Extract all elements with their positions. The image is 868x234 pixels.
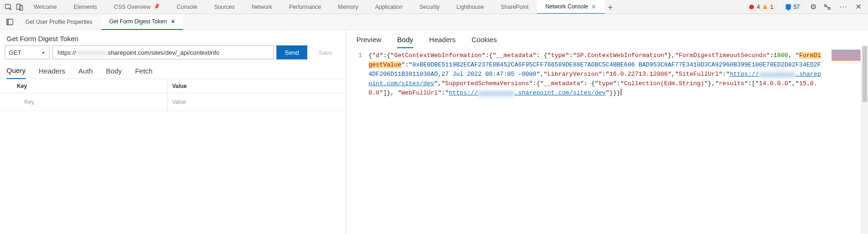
add-tab-button[interactable]: ＋ bbox=[605, 1, 616, 13]
messages-pill[interactable]: 57 bbox=[782, 3, 803, 11]
devtools-top-bar: Welcome Elements CSS Overview📌 Console S… bbox=[0, 0, 868, 14]
svg-point-4 bbox=[828, 7, 830, 9]
warning-count: 1 bbox=[770, 4, 774, 10]
query-params-table: Key Value Key Value bbox=[0, 79, 346, 111]
warning-triangle-icon bbox=[763, 5, 767, 9]
settings-gear-icon[interactable]: ⚙ bbox=[808, 2, 818, 11]
response-tabs: Preview Body Headers Cookies bbox=[346, 30, 868, 48]
device-toggle-icon[interactable] bbox=[14, 1, 25, 13]
pin-icon: 📌 bbox=[152, 3, 161, 11]
activity-icon[interactable] bbox=[823, 3, 833, 11]
request-url-input[interactable]: https://xxxxxxxxxx.sharepoint.com/sites/… bbox=[52, 45, 274, 59]
req-tab-query[interactable]: Query bbox=[7, 66, 26, 79]
close-icon[interactable]: ✕ bbox=[171, 18, 175, 25]
vertical-scrollbar[interactable] bbox=[861, 46, 868, 234]
close-icon[interactable]: ✕ bbox=[591, 3, 596, 10]
top-tab-sources[interactable]: Sources bbox=[206, 0, 243, 14]
svg-rect-1 bbox=[17, 4, 21, 9]
resp-tab-body[interactable]: Body bbox=[397, 36, 413, 48]
issues-pill[interactable]: 4 1 bbox=[745, 3, 777, 11]
top-tab-strip: Welcome Elements CSS Overview📌 Console S… bbox=[25, 0, 744, 14]
save-button: Save bbox=[310, 45, 341, 59]
response-json[interactable]: {"d":{"GetContextWebInformation":{"__met… bbox=[369, 51, 868, 234]
error-count: 4 bbox=[757, 4, 760, 10]
scrollbar-thumb[interactable] bbox=[862, 46, 867, 102]
resp-tab-headers[interactable]: Headers bbox=[429, 36, 456, 48]
top-tab-network-console[interactable]: Network Console✕ bbox=[537, 0, 604, 14]
top-tab-memory[interactable]: Memory bbox=[330, 0, 367, 14]
svg-point-3 bbox=[825, 4, 826, 6]
resp-tab-preview[interactable]: Preview bbox=[356, 36, 381, 48]
request-tabs: Query Headers Auth Body Fetch bbox=[0, 63, 346, 79]
url-blurred: xxxxxxxxxx bbox=[76, 49, 106, 56]
request-editor-pane: Get Form Digest Token GET ▾ https://xxxx… bbox=[0, 30, 346, 234]
message-count: 57 bbox=[794, 4, 800, 10]
top-tab-welcome[interactable]: Welcome bbox=[25, 0, 65, 14]
error-dot-icon bbox=[749, 5, 754, 9]
text-cursor bbox=[621, 88, 622, 95]
svg-rect-6 bbox=[7, 19, 9, 25]
url-suffix: .sharepoint.com/sites/dev/_api/contextin… bbox=[106, 49, 219, 56]
inspect-icon[interactable] bbox=[3, 1, 14, 13]
query-head-key: Key bbox=[13, 79, 167, 93]
sub-tab-get-form-digest[interactable]: Get Form Digest Token✕ bbox=[101, 15, 182, 30]
top-tab-sharepoint[interactable]: SharePoint bbox=[492, 0, 537, 14]
toggle-side-panel-icon[interactable] bbox=[4, 16, 16, 28]
message-bubble-icon bbox=[786, 4, 791, 9]
response-pane: Preview Body Headers Cookies 1 {"d":{"Ge… bbox=[346, 30, 868, 234]
top-tab-console[interactable]: Console bbox=[168, 0, 206, 14]
query-value-input[interactable]: Value bbox=[167, 93, 346, 110]
req-tab-body[interactable]: Body bbox=[106, 67, 122, 79]
top-tab-lighthouse[interactable]: Lighthouse bbox=[448, 0, 492, 14]
url-prefix: https:// bbox=[58, 49, 76, 56]
query-params-header: Key Value bbox=[0, 79, 346, 93]
top-tab-elements[interactable]: Elements bbox=[65, 0, 106, 14]
send-button[interactable]: Send bbox=[276, 45, 307, 59]
top-right-controls: 4 1 57 ⚙ ⋯ ✕ bbox=[744, 2, 865, 11]
top-tab-network[interactable]: Network bbox=[243, 0, 281, 14]
req-tab-fetch[interactable]: Fetch bbox=[135, 67, 153, 79]
web-full-url-link[interactable]: https://xxxxxxxxxx.sharepoint.com/sites/… bbox=[449, 89, 606, 96]
query-params-empty-row[interactable]: Key Value bbox=[0, 93, 346, 111]
req-tab-auth[interactable]: Auth bbox=[79, 67, 93, 79]
req-tab-headers[interactable]: Headers bbox=[39, 67, 65, 79]
more-menu-icon[interactable]: ⋯ bbox=[838, 2, 848, 11]
request-title: Get Form Digest Token bbox=[0, 30, 346, 45]
request-row: GET ▾ https://xxxxxxxxxx.sharepoint.com/… bbox=[0, 45, 346, 63]
top-tab-security[interactable]: Security bbox=[411, 0, 448, 14]
http-method-select[interactable]: GET ▾ bbox=[5, 45, 50, 59]
top-tab-performance[interactable]: Performance bbox=[281, 0, 330, 14]
sub-tab-get-user-profile[interactable]: Get User Profile Properties bbox=[18, 14, 100, 29]
top-tab-css-overview[interactable]: CSS Overview📌 bbox=[106, 0, 168, 14]
main-split: Get Form Digest Token GET ▾ https://xxxx… bbox=[0, 30, 868, 234]
line-gutter: 1 bbox=[353, 51, 369, 234]
chevron-down-icon: ▾ bbox=[42, 50, 44, 55]
query-key-input[interactable]: Key bbox=[21, 93, 167, 110]
resp-tab-cookies[interactable]: Cookies bbox=[471, 36, 497, 48]
line-number: 1 bbox=[358, 52, 362, 59]
http-method-value: GET bbox=[9, 49, 22, 56]
response-body-editor[interactable]: 1 {"d":{"GetContextWebInformation":{"__m… bbox=[346, 48, 868, 234]
minimap[interactable] bbox=[832, 50, 861, 61]
network-console-subbar: Get User Profile Properties Get Form Dig… bbox=[0, 14, 868, 30]
close-devtools-icon[interactable]: ✕ bbox=[853, 2, 863, 11]
top-tab-application[interactable]: Application bbox=[367, 0, 411, 14]
query-head-value: Value bbox=[167, 79, 346, 93]
